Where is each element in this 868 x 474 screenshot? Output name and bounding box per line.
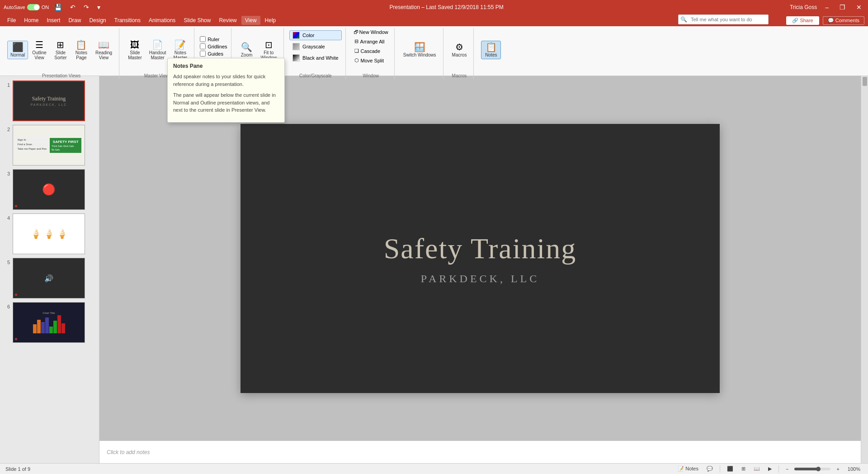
reading-view-button[interactable]: 📖 ReadingView [92,38,115,62]
search-bar[interactable]: 🔍 [678,14,769,24]
ruler-checkbox-label[interactable]: Ruler [200,36,227,42]
ruler-checkbox[interactable] [200,36,206,42]
status-divider [720,465,720,473]
undo-button[interactable]: ↶ [67,3,78,12]
menu-view[interactable]: View [241,16,260,25]
comment-status-button[interactable]: 💬 [704,465,715,473]
status-bar: Slide 1 of 9 📝 Notes 💬 ⬛ ⊞ 📖 ▶ − + 100% [0,463,868,474]
menu-draw[interactable]: Draw [65,16,85,25]
menu-transitions[interactable]: Transitions [111,16,144,25]
title-bar-left: AutoSave ON 💾 ↶ ↷ ▾ [4,3,103,12]
color-button[interactable]: Color [289,30,341,40]
comments-button[interactable]: 💬 Comments [823,16,864,25]
normal-view-button[interactable]: ⬛ Normal [7,41,28,59]
move-split-icon: ⬡ [354,57,359,63]
minimize-button[interactable]: – [822,3,831,12]
status-slide-info: Slide 1 of 9 [5,466,30,472]
slide-preview-1[interactable]: Safety Training PARKDECK, LLC [13,81,85,121]
color-buttons: Color Grayscale Black and White [289,28,341,79]
slide-thumbnail-6[interactable]: 6 Chart Title ★ [2,301,97,344]
menu-review[interactable]: Review [215,16,240,25]
zoom-minus-button[interactable]: − [783,465,791,473]
slide-preview-3[interactable]: 🔴 ★ [13,169,85,210]
menu-home[interactable]: Home [20,16,42,25]
autosave-toggle[interactable]: AutoSave ON [4,4,49,10]
menu-help[interactable]: Help [261,16,280,25]
scroll-handle[interactable] [863,77,867,86]
quick-access-more[interactable]: ▾ [94,3,103,12]
zoom-level[interactable]: 100% [845,465,863,473]
cascade-button[interactable]: ❑ Cascade [351,47,391,55]
slide-canvas: Safety Training PARKDECK, LLC [99,76,861,441]
menu-insert[interactable]: Insert [43,16,64,25]
normal-view-status[interactable]: ⬛ [725,465,736,473]
slide-num-5: 5 [3,258,10,265]
slide-thumbnail-1[interactable]: 1 Safety Training PARKDECK, LLC [2,80,97,122]
save-button[interactable]: 💾 [52,3,65,12]
arrange-all-button[interactable]: ⊟ Arrange All [351,37,391,46]
autosave-knob [34,5,39,10]
grayscale-button[interactable]: Grayscale [289,42,341,52]
slide-num-2: 2 [3,125,10,132]
notes-placeholder[interactable]: Click to add notes [107,449,150,455]
gridlines-checkbox-label[interactable]: Gridlines [200,43,227,49]
ribbon: ⬛ Normal ☰ OutlineView ⊞ SlideSorter 📋 N… [0,26,868,76]
zoom-plus-button[interactable]: + [834,465,841,473]
zoom-slider-handle[interactable] [816,467,821,471]
share-button[interactable]: 🔗 Share [786,16,819,25]
notes-area[interactable]: Click to add notes [99,441,861,463]
switch-windows-button[interactable]: 🪟 Switch Windows [400,41,439,59]
search-input[interactable] [689,16,761,23]
move-split-button[interactable]: ⬡ Move Split [351,56,391,65]
new-window-button[interactable]: 🗗 New Window [351,28,391,36]
slide-thumbnail-3[interactable]: 3 🔴 ★ [2,168,97,211]
title-bar: AutoSave ON 💾 ↶ ↷ ▾ Presentation – Last … [0,0,868,14]
slide-sorter-button[interactable]: ⊞ SlideSorter [51,38,71,62]
zoom-button[interactable]: 🔍 Zoom [237,41,257,59]
slide-num-6: 6 [3,302,10,309]
color-group-items: Color Grayscale Black and White [289,30,341,70]
slide-preview-6[interactable]: Chart Title ★ [13,302,85,343]
slide-preview-2[interactable]: Sign In Find a Scan Take me Paper and Pe… [13,125,85,166]
redo-button[interactable]: ↷ [81,3,92,12]
normal-view-icon: ⬛ [12,43,24,52]
gridlines-checkbox[interactable] [200,43,206,49]
notes-page-button[interactable]: 📋 NotesPage [71,38,91,62]
slide-thumbnail-5[interactable]: 5 🔊 ★ [2,257,97,299]
main-slide[interactable]: Safety Training PARKDECK, LLC [241,124,720,393]
autosave-track[interactable] [27,4,40,10]
slide-master-icon: 🖼 [130,40,139,49]
slide-panel[interactable]: 1 Safety Training PARKDECK, LLC 2 Sign I… [0,76,99,463]
zoom-slider-track[interactable] [794,468,830,470]
slide-thumbnail-2[interactable]: 2 Sign In Find a Scan Take me Paper and … [2,124,97,166]
slide-master-button[interactable]: 🖼 SlideMaster [125,38,145,62]
menu-animations[interactable]: Animations [145,16,179,25]
close-button[interactable]: ✕ [854,3,864,12]
slide-main-title: Safety Training [384,232,576,265]
notes-status-button[interactable]: 📝 Notes [675,465,701,473]
slide-thumbnail-4[interactable]: 4 🍦 🍦 🍦 [2,213,97,255]
reading-view-status[interactable]: 📖 [751,465,762,473]
black-white-icon [292,54,300,62]
slide-preview-4[interactable]: 🍦 🍦 🍦 [13,213,85,254]
handout-master-button[interactable]: 📄 HandoutMaster [146,38,170,62]
notes-button[interactable]: 📋 Notes [481,41,501,59]
black-white-button[interactable]: Black and White [289,53,341,63]
slide-3-star: ★ [14,204,18,209]
macros-button[interactable]: ⚙ Macros [449,41,470,59]
menu-design[interactable]: Design [85,16,109,25]
guides-checkbox[interactable] [200,51,206,57]
slide-preview-5[interactable]: 🔊 ★ [13,258,85,299]
ribbon-group-switch-windows: 🪟 Switch Windows [396,28,443,79]
restore-button[interactable]: ❐ [837,3,848,12]
menu-slideshow[interactable]: Slide Show [180,16,214,25]
slideshow-view-status[interactable]: ▶ [766,465,774,473]
sorter-view-status[interactable]: ⊞ [739,465,748,473]
outline-view-button[interactable]: ☰ OutlineView [29,38,50,62]
guides-checkbox-label[interactable]: Guides [200,51,227,57]
ribbon-group-macros: ⚙ Macros Macros [445,28,474,79]
menu-file[interactable]: File [4,16,19,25]
status-bar-right: 📝 Notes 💬 ⬛ ⊞ 📖 ▶ − + 100% [675,465,863,473]
zoom-icon: 🔍 [241,43,252,52]
user-name: Tricia Goss [790,4,817,10]
